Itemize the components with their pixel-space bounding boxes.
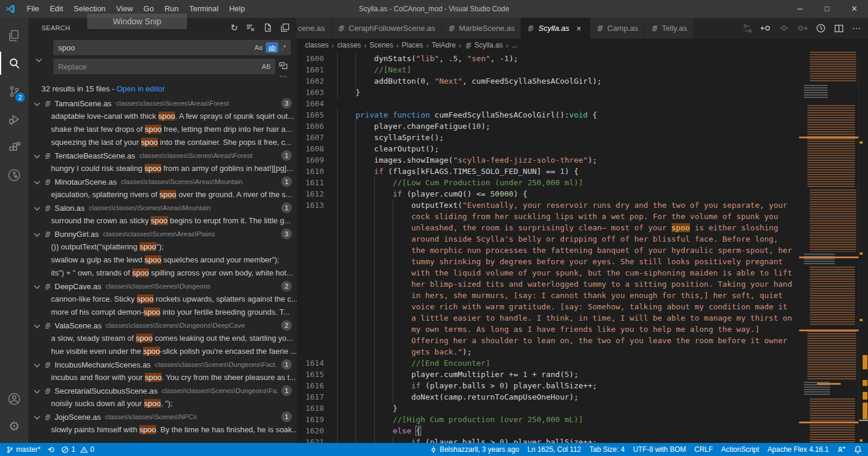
maximize-button[interactable]: □	[813, 0, 841, 18]
code-line-content[interactable]: private function cumFeedScyllaShesACoolG…	[337, 109, 799, 121]
split-editor-icon[interactable]	[834, 24, 844, 33]
language-status[interactable]: ActionScript	[721, 445, 759, 454]
timeline-icon[interactable]	[816, 23, 826, 33]
code-line-content[interactable]: //[Next]	[337, 64, 799, 75]
code-line[interactable]: tummy shrinking by degrees before your e…	[297, 256, 799, 267]
code-line-content[interactable]: if (player.balls > 0) player.ballSize++;	[337, 436, 799, 443]
new-search-editor-icon[interactable]	[263, 23, 272, 32]
menu-edit[interactable]: Edit	[44, 0, 68, 18]
code-line-content[interactable]: around inside Scylla's belly or dripping…	[337, 233, 799, 245]
result-match-row[interactable]: its") + " own, strands of spoo spilling …	[28, 267, 297, 280]
code-line-content[interactable]: player.changeFatigue(10);	[337, 121, 799, 132]
breadcrumb-item[interactable]: Scenes	[370, 41, 393, 49]
tab-close-icon[interactable]: ×	[574, 24, 584, 33]
chevron-down-icon[interactable]	[34, 230, 40, 236]
chevron-down-icon[interactable]	[34, 204, 40, 210]
code-line[interactable]: in hers, she murmurs, [say: I cannot tha…	[297, 290, 799, 301]
commit-author-status[interactable]: Belshazzarll, 3 years ago	[430, 445, 519, 454]
close-button[interactable]: ✕	[841, 0, 868, 18]
overview-ruler[interactable]	[859, 52, 868, 443]
feedback-status[interactable]	[837, 445, 845, 454]
regex-icon[interactable]: .*	[279, 42, 288, 53]
chevron-down-icon[interactable]	[34, 152, 40, 158]
settings-gear-icon[interactable]: ⚙	[0, 413, 28, 441]
code-line[interactable]: 1615player.cumMultiplier += 1 + rand(5);	[297, 369, 799, 380]
result-match-row[interactable]: swallow a gulp as the lewd spoo squelche…	[28, 254, 297, 267]
code-line-content[interactable]: the morphic nun processes the fattening …	[337, 245, 799, 256]
previous-change-icon[interactable]	[761, 23, 771, 33]
result-file-row[interactable]: BunnyGirl.asclasses\classes\Scenes\Areas…	[28, 227, 297, 240]
code-line-content[interactable]: gets back.");	[337, 346, 799, 357]
result-file-row[interactable]: SecretarialSuccubusScene.asclasses\class…	[28, 384, 297, 397]
result-match-row[interactable]: incubus and floor with your spoo. You cr…	[28, 371, 297, 384]
minimap[interactable]	[799, 52, 859, 443]
code-line[interactable]: 1609images.showImage("scylla-feed-jizz-s…	[297, 154, 799, 166]
code-line-content[interactable]	[337, 98, 799, 109]
code-line-content[interactable]: voice rich with warm gratitude. [say: So…	[337, 301, 799, 312]
code-line[interactable]: 1617doNext(camp.returnToCampUseOneHour);	[297, 391, 799, 403]
tab-camp-as[interactable]: Camp.as	[590, 18, 645, 39]
sync-status[interactable]: ⟲	[47, 445, 54, 454]
tab-cene-as[interactable]: cene.as	[297, 18, 332, 39]
code-line-content[interactable]: images.showImage("scylla-feed-jizz-solo-…	[337, 154, 799, 166]
code-line[interactable]: the morphic nun processes the fattening …	[297, 245, 799, 256]
code-line-content[interactable]: with the liquid volume of your spunk, bu…	[337, 267, 799, 278]
next-change-icon[interactable]	[797, 23, 807, 33]
code-line[interactable]: 1619//[High Cum production (over 250,000…	[297, 414, 799, 425]
git-branch-status[interactable]: master*	[6, 445, 40, 454]
result-match-row[interactable]: hungry I could risk stealing spoo from a…	[28, 162, 297, 175]
minimize-button[interactable]: ─	[786, 0, 813, 18]
result-match-row[interactable]: surround the crown as sticky spoo begins…	[28, 214, 297, 227]
code-line-content[interactable]: player.cumMultiplier += 1 + rand(5);	[337, 369, 799, 380]
chevron-down-icon[interactable]	[34, 178, 40, 184]
run-debug-icon[interactable]	[0, 105, 28, 133]
code-line-content[interactable]: addButton(0, "Next", cumFeedScyllaShesAC…	[337, 75, 799, 87]
open-in-editor-link[interactable]: Open in editor	[116, 84, 165, 93]
code-line-content[interactable]: a little easier to handle. I think, in t…	[337, 312, 799, 324]
result-file-row[interactable]: MinotaurScene.asclasses\classes\Scenes\A…	[28, 175, 297, 188]
result-match-row[interactable]: cannon-like force. Sticky spoo rockets u…	[28, 293, 297, 306]
code-line-content[interactable]: if (player.cumQ() <= 50000) {	[337, 188, 799, 200]
code-line[interactable]: 1600dynStats("lib", .5, "sen", -1);	[297, 53, 799, 64]
code-line[interactable]: unleashed, the room is surprisingly clea…	[297, 222, 799, 233]
result-match-row[interactable]: slowly paints himself with spoo. By the …	[28, 423, 297, 436]
chevron-down-icon[interactable]	[34, 413, 40, 419]
whole-word-icon[interactable]: ab	[266, 42, 278, 53]
breadcrumb-item[interactable]: Places	[402, 41, 423, 49]
result-match-row[interactable]: noisily sucks down all your spoo, ");	[28, 397, 297, 410]
code-line[interactable]: voice rich with warm gratitude. [say: So…	[297, 301, 799, 312]
code-line-content[interactable]: }	[337, 403, 799, 414]
code-line[interactable]: gets back.");	[297, 346, 799, 357]
code-line-content[interactable]: my own terms. As long as I have friends …	[337, 324, 799, 335]
result-match-row[interactable]: shake the last few drops of spoo free, l…	[28, 123, 297, 136]
breadcrumb-item[interactable]: classes	[305, 41, 329, 49]
encoding-status[interactable]: UTF-8 with BOM	[633, 445, 686, 454]
menu-file[interactable]: File	[21, 0, 44, 18]
result-match-row[interactable]: squeezing the last of your spoo into the…	[28, 136, 297, 149]
code-line-content[interactable]: scyllaSprite();	[337, 132, 799, 143]
code-line-content[interactable]: in hers, she murmurs, [say: I cannot tha…	[337, 290, 799, 301]
compare-changes-icon[interactable]	[743, 24, 752, 33]
explorer-icon[interactable]	[0, 21, 28, 49]
code-line-content[interactable]: doNext(camp.returnToCampUseOneHour);	[337, 391, 799, 403]
menu-terminal[interactable]: Terminal	[184, 0, 224, 18]
code-line-content[interactable]: unleashed, the room is surprisingly clea…	[337, 222, 799, 233]
code-line-content[interactable]: //[End Encounter]	[337, 357, 799, 369]
match-case-icon[interactable]: Aa	[252, 42, 265, 53]
code-line-content[interactable]: tummy shrinking by degrees before your e…	[337, 256, 799, 267]
code-line[interactable]: 1607scyllaSprite();	[297, 132, 799, 143]
tab-scylla-as[interactable]: Scylla.as×	[521, 18, 590, 39]
result-file-row[interactable]: TamaniScene.asclasses\classes\Scenes\Are…	[28, 97, 297, 110]
breadcrumb-item[interactable]: classes	[337, 41, 361, 49]
code-line[interactable]: her blimp-sized tits and waterlogged tum…	[297, 278, 799, 290]
code-line-content[interactable]: //[Low Cum Production (under 250,000 ml)…	[337, 177, 799, 188]
result-match-row[interactable]: a slow, steady stream of spoo comes leak…	[28, 332, 297, 345]
indentation-status[interactable]: Tab Size: 4	[590, 445, 625, 454]
result-file-row[interactable]: DeepCave.asclasses\classes\Scenes\Dungeo…	[28, 280, 297, 293]
code-line-content[interactable]: cock sliding from her suckling lips with…	[337, 211, 799, 222]
code-line[interactable]: 1613outputText("Eventually, your reservo…	[297, 200, 799, 211]
more-actions-icon[interactable]: ···	[279, 74, 287, 78]
open-search-editor-icon[interactable]	[281, 23, 290, 32]
code-line[interactable]: 1621if (player.balls > 0) player.ballSiz…	[297, 436, 799, 443]
code-line-content[interactable]: else {	[337, 425, 799, 436]
